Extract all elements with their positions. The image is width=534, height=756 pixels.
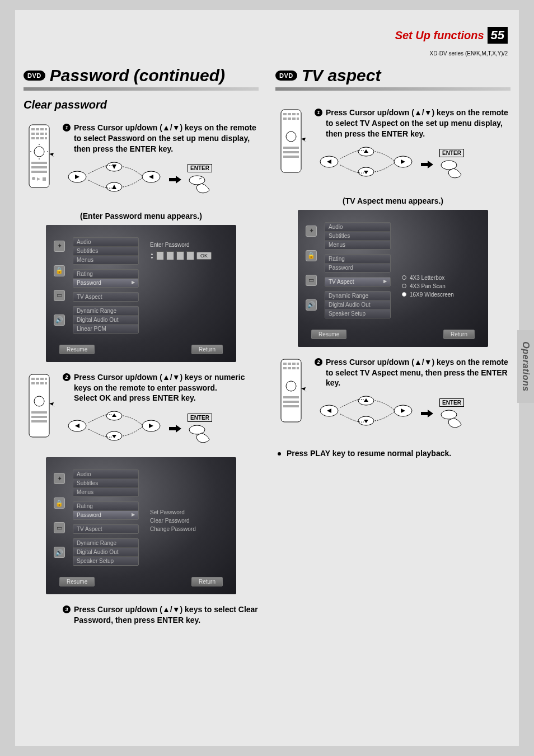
hand-press-icon bbox=[186, 173, 214, 195]
svg-rect-48 bbox=[288, 118, 291, 120]
svg-rect-6 bbox=[36, 133, 39, 135]
svg-rect-12 bbox=[45, 137, 47, 139]
divider bbox=[24, 87, 259, 91]
arrow-right-icon bbox=[421, 161, 433, 168]
remote-icon bbox=[275, 357, 309, 439]
svg-point-77 bbox=[441, 410, 457, 419]
svg-rect-65 bbox=[283, 367, 287, 369]
svg-rect-5 bbox=[31, 133, 35, 135]
svg-rect-27 bbox=[40, 378, 44, 380]
header-section: Set Up functions bbox=[395, 29, 484, 42]
svg-rect-45 bbox=[292, 113, 296, 115]
step-number-icon: 3 bbox=[63, 605, 71, 613]
svg-rect-29 bbox=[31, 382, 35, 384]
svg-rect-16 bbox=[31, 171, 47, 173]
svg-rect-7 bbox=[40, 133, 44, 135]
svg-rect-53 bbox=[283, 151, 299, 153]
svg-point-59 bbox=[441, 161, 457, 170]
right-step1-text: Press Cursor up/down (▲/▼) keys on the r… bbox=[326, 107, 510, 139]
side-tab-operations: Operations bbox=[517, 330, 534, 403]
svg-rect-71 bbox=[283, 401, 299, 403]
left-step2-text: Press Cursor up/down (▲/▼) keys or numer… bbox=[74, 372, 259, 404]
left-title: Password (continued) bbox=[50, 66, 225, 85]
cursor-enter-figure: ENTER bbox=[63, 160, 259, 199]
left-step-2: 2 Press Cursor up/down (▲/▼) keys or num… bbox=[24, 372, 259, 454]
svg-rect-54 bbox=[283, 156, 299, 158]
hand-press-icon bbox=[186, 423, 214, 444]
right-step-2: 2 Press Cursor up/down (▲/▼) keys on the… bbox=[275, 357, 510, 439]
svg-point-41 bbox=[189, 425, 205, 434]
svg-rect-64 bbox=[297, 363, 299, 365]
hand-press-icon bbox=[438, 158, 466, 180]
remote-icon bbox=[24, 123, 57, 205]
svg-rect-14 bbox=[31, 162, 47, 164]
svg-rect-62 bbox=[288, 363, 291, 365]
svg-rect-31 bbox=[40, 382, 44, 384]
svg-rect-15 bbox=[31, 166, 47, 168]
enter-key-label: ENTER bbox=[439, 398, 464, 407]
step-number-icon: 1 bbox=[63, 124, 71, 132]
svg-rect-28 bbox=[45, 378, 47, 380]
step-number-icon: 1 bbox=[315, 109, 322, 116]
screenshot-enter-password: ✦ 🔒 ▭ 🔊 Audio Subtitles Menus bbox=[46, 225, 236, 362]
svg-rect-32 bbox=[45, 382, 47, 384]
header: Set Up functions 55 bbox=[395, 27, 508, 44]
cursor-enter-figure: ENTER bbox=[315, 145, 510, 184]
svg-rect-52 bbox=[283, 147, 299, 149]
svg-rect-8 bbox=[45, 133, 47, 135]
enter-key-label: ENTER bbox=[188, 414, 212, 422]
svg-rect-36 bbox=[31, 420, 47, 422]
svg-rect-66 bbox=[288, 367, 291, 369]
svg-rect-3 bbox=[40, 128, 44, 130]
right-column: DVD TV aspect bbox=[275, 66, 510, 635]
right-step2-text: Press Cursor up/down (▲/▼) keys on the r… bbox=[326, 357, 510, 389]
tv-aspect-menu-caption: (TV Aspect menu appears.) bbox=[275, 196, 510, 205]
step-number-icon: 2 bbox=[315, 358, 322, 366]
page-number: 55 bbox=[488, 27, 508, 44]
svg-rect-34 bbox=[31, 411, 47, 414]
left-step3-text: Press Cursor up/down (▲/▼) keys to selec… bbox=[74, 604, 259, 626]
right-step-1: 1 Press Cursor up/down (▲/▼) keys on the… bbox=[275, 107, 510, 190]
svg-rect-25 bbox=[31, 378, 35, 380]
dvd-badge: DVD bbox=[275, 71, 297, 81]
left-step1-text: Press Cursor up/down (▲/▼) keys on the r… bbox=[74, 123, 259, 154]
svg-rect-70 bbox=[283, 396, 299, 398]
svg-rect-2 bbox=[36, 128, 39, 130]
svg-point-23 bbox=[189, 176, 205, 185]
svg-rect-26 bbox=[36, 378, 39, 380]
svg-rect-18 bbox=[43, 177, 46, 181]
svg-rect-30 bbox=[36, 382, 39, 384]
left-step-1: 1 Press Cursor up/down (▲/▼) keys on the… bbox=[24, 123, 259, 205]
svg-rect-46 bbox=[297, 113, 299, 115]
remote-icon bbox=[24, 372, 57, 454]
bullet-icon bbox=[278, 452, 281, 456]
password-menu-caption: (Enter Password menu appears.) bbox=[24, 212, 259, 220]
remote-icon bbox=[275, 107, 309, 190]
screenshot-password-submenu: ✦ 🔒 ▭ 🔊 Audio Subtitles Menus bbox=[46, 457, 236, 594]
svg-rect-11 bbox=[40, 137, 44, 139]
svg-rect-1 bbox=[31, 128, 35, 130]
arrow-right-icon bbox=[169, 176, 181, 184]
step-number-icon: 2 bbox=[63, 373, 71, 381]
svg-rect-68 bbox=[297, 367, 299, 369]
play-resume-note: Press PLAY key to resume normal playback… bbox=[275, 449, 510, 458]
screenshot-tv-aspect: ✦ 🔒 ▭ 🔊 Audio Subtitles Menus bbox=[298, 210, 488, 347]
arrow-right-icon bbox=[421, 410, 433, 417]
hand-press-icon bbox=[438, 408, 466, 429]
left-subtitle: Clear password bbox=[24, 98, 259, 111]
svg-rect-72 bbox=[283, 405, 299, 407]
svg-rect-4 bbox=[45, 128, 47, 130]
enter-key-label: ENTER bbox=[188, 164, 212, 172]
arrow-right-icon bbox=[169, 425, 181, 433]
svg-rect-43 bbox=[283, 113, 287, 115]
left-column: DVD Password (continued) Clear password bbox=[24, 66, 259, 635]
svg-rect-61 bbox=[283, 363, 287, 365]
svg-rect-35 bbox=[31, 416, 47, 418]
divider bbox=[275, 87, 510, 91]
svg-rect-50 bbox=[297, 118, 299, 120]
svg-rect-67 bbox=[292, 367, 296, 369]
model-line: XD-DV series (EN/K,M,T,X,Y)/2 bbox=[430, 50, 508, 57]
cursor-enter-figure: ENTER bbox=[315, 394, 510, 433]
svg-rect-47 bbox=[283, 118, 287, 120]
svg-rect-9 bbox=[31, 137, 35, 139]
